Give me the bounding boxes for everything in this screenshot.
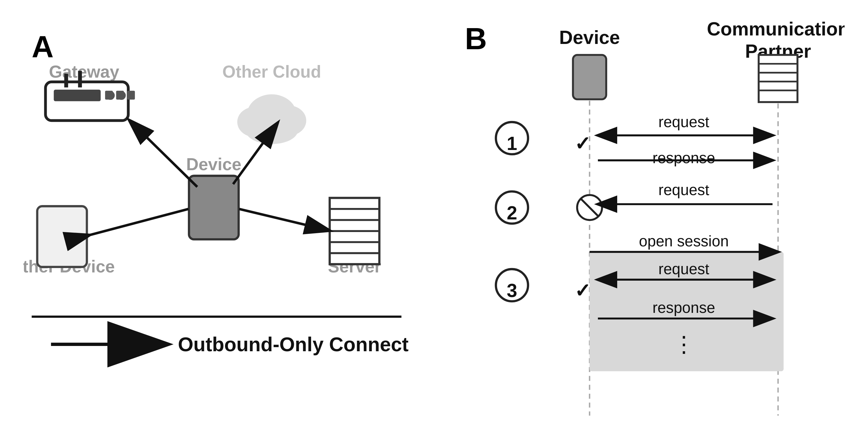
panel-b-label: B bbox=[465, 22, 487, 56]
panel-a-label: A bbox=[32, 30, 54, 64]
svg-line-27 bbox=[89, 209, 188, 235]
step1-response-label: response bbox=[653, 149, 715, 167]
other-cloud-label: Other Cloud bbox=[222, 62, 321, 81]
svg-rect-8 bbox=[64, 74, 68, 87]
svg-rect-6 bbox=[116, 91, 124, 99]
svg-rect-5 bbox=[105, 91, 113, 99]
step3-response-label: response bbox=[653, 299, 715, 316]
step1-check: ✓ bbox=[575, 133, 591, 154]
svg-rect-7 bbox=[127, 91, 135, 99]
svg-line-28 bbox=[239, 209, 329, 231]
step3-request-label: request bbox=[658, 260, 709, 277]
step2-request-label: request bbox=[658, 181, 709, 198]
svg-rect-15 bbox=[37, 206, 87, 267]
device-label-a: Device bbox=[186, 155, 241, 174]
panel-a: A Gateway Other Cloud Device bbox=[0, 0, 433, 440]
step3-open-session-label: open session bbox=[639, 233, 729, 250]
step1-request-label: request bbox=[658, 113, 709, 130]
device-col-label: Device bbox=[559, 27, 620, 48]
step3-dots: ⋮ bbox=[673, 332, 695, 356]
step3-number: 3 bbox=[507, 280, 518, 301]
panel-b: B Device Communication Partner 1 ✓ reque… bbox=[433, 0, 868, 440]
svg-rect-1 bbox=[54, 90, 101, 101]
step1-number: 1 bbox=[507, 133, 518, 154]
gateway-label: Gateway bbox=[49, 62, 119, 81]
svg-rect-33 bbox=[758, 55, 798, 102]
step3-check: ✓ bbox=[575, 280, 591, 301]
step2-number: 2 bbox=[507, 202, 518, 224]
comm-partner-label: Communication bbox=[707, 19, 845, 39]
svg-rect-32 bbox=[573, 55, 607, 99]
outbound-label: Outbound-Only Connection bbox=[178, 333, 410, 355]
svg-line-25 bbox=[130, 121, 197, 187]
svg-rect-9 bbox=[78, 71, 82, 88]
